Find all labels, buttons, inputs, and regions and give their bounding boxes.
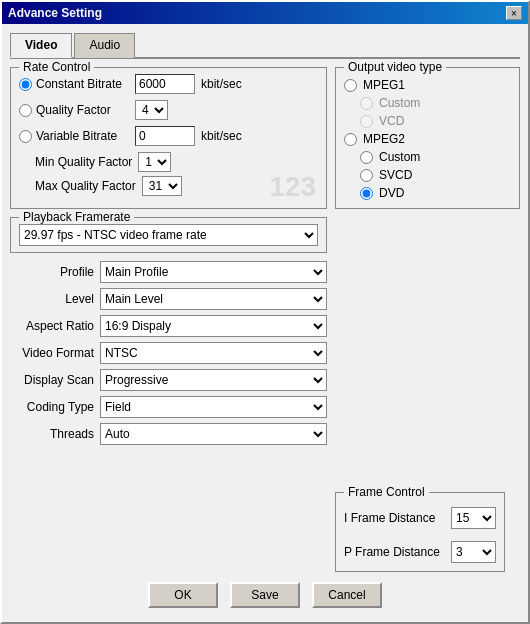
frame-control-title: Frame Control — [344, 485, 429, 499]
profile-row-display-scan: Display Scan Progressive Interlaced — [10, 369, 327, 391]
mpeg2-radio[interactable] — [344, 133, 357, 146]
display-scan-select[interactable]: Progressive Interlaced — [100, 369, 327, 391]
tab-bar: Video Audio — [10, 32, 520, 59]
i-frame-label: I Frame Distance — [344, 511, 445, 525]
mpeg1-row: MPEG1 — [344, 78, 511, 92]
right-spacer — [335, 217, 520, 484]
main-area: Rate Control 123 Constant Bitrate kbit/s… — [10, 67, 520, 572]
window-content: Video Audio Rate Control 123 Constant — [2, 24, 528, 622]
title-bar: Advance Setting × — [2, 2, 528, 24]
level-label: Level — [10, 292, 100, 306]
tab-video[interactable]: Video — [10, 33, 72, 58]
constant-bitrate-radio[interactable] — [19, 78, 32, 91]
vcd-label: VCD — [379, 114, 404, 128]
min-quality-label: Min Quality Factor — [35, 155, 132, 169]
profile-select[interactable]: Main Profile High Profile — [100, 261, 327, 283]
playback-label: Playback Framerate — [19, 210, 134, 224]
close-button[interactable]: × — [506, 6, 522, 20]
p-frame-row: P Frame Distance 3 124 — [344, 541, 496, 563]
tab-audio[interactable]: Audio — [74, 33, 135, 58]
quality-factor-radio[interactable] — [19, 104, 32, 117]
threads-label: Threads — [10, 427, 100, 441]
custom2-radio[interactable] — [360, 151, 373, 164]
max-quality-select[interactable]: 311520 — [142, 176, 182, 196]
variable-bitrate-input[interactable] — [135, 126, 195, 146]
mpeg1-label: MPEG1 — [363, 78, 405, 92]
vcd-row: VCD — [360, 114, 511, 128]
rate-control-title: Rate Control — [19, 60, 94, 74]
quality-factor-label: Quality Factor — [36, 103, 111, 117]
svcd-radio[interactable] — [360, 169, 373, 182]
custom2-row: Custom — [360, 150, 511, 164]
profile-row-coding-type: Coding Type Field Frame — [10, 396, 327, 418]
coding-type-select[interactable]: Field Frame — [100, 396, 327, 418]
constant-bitrate-input[interactable] — [135, 74, 195, 94]
profile-section: Profile Main Profile High Profile Level … — [10, 261, 327, 572]
bottom-buttons: OK Save Cancel — [10, 572, 520, 614]
quality-factor-row: Quality Factor 4 123 567 — [19, 100, 318, 120]
frame-control-content: I Frame Distance 15 51020 P Frame Distan… — [344, 499, 496, 563]
frame-control-group: Frame Control I Frame Distance 15 51020 … — [335, 492, 505, 572]
display-scan-label: Display Scan — [10, 373, 100, 387]
dvd-radio[interactable] — [360, 187, 373, 200]
constant-bitrate-radio-label: Constant Bitrate — [19, 77, 129, 91]
mpeg1-radio[interactable] — [344, 79, 357, 92]
save-button[interactable]: Save — [230, 582, 300, 608]
p-frame-select[interactable]: 3 124 — [451, 541, 496, 563]
custom1-label: Custom — [379, 96, 420, 110]
aspect-label: Aspect Ratio — [10, 319, 100, 333]
threads-select[interactable]: Auto 124 — [100, 423, 327, 445]
variable-bitrate-unit: kbit/sec — [201, 129, 242, 143]
custom2-label: Custom — [379, 150, 420, 164]
aspect-select[interactable]: 16:9 Dispaly 4:3 — [100, 315, 327, 337]
mpeg2-row: MPEG2 — [344, 132, 511, 146]
profile-row-threads: Threads Auto 124 — [10, 423, 327, 445]
profile-row-profile: Profile Main Profile High Profile — [10, 261, 327, 283]
coding-type-label: Coding Type — [10, 400, 100, 414]
variable-bitrate-label: Variable Bitrate — [36, 129, 117, 143]
ok-button[interactable]: OK — [148, 582, 218, 608]
right-panel: Output video type MPEG1 Custom VCD — [335, 67, 520, 572]
max-quality-row: Max Quality Factor 311520 — [35, 176, 318, 196]
output-video-group: Output video type MPEG1 Custom VCD — [335, 67, 520, 209]
vcd-radio[interactable] — [360, 115, 373, 128]
custom1-row: Custom — [360, 96, 511, 110]
profile-label: Profile — [10, 265, 100, 279]
custom1-radio[interactable] — [360, 97, 373, 110]
constant-bitrate-label: Constant Bitrate — [36, 77, 122, 91]
constant-bitrate-row: Constant Bitrate kbit/sec — [19, 74, 318, 94]
max-quality-label: Max Quality Factor — [35, 179, 136, 193]
output-radio-group: MPEG1 Custom VCD MPEG2 — [344, 74, 511, 200]
playback-row: 29.97 fps - NTSC video frame rate — [19, 224, 318, 246]
dvd-label: DVD — [379, 186, 404, 200]
dvd-row: DVD — [360, 186, 511, 200]
constant-bitrate-unit: kbit/sec — [201, 77, 242, 91]
playback-group: Playback Framerate 29.97 fps - NTSC vide… — [10, 217, 327, 253]
variable-bitrate-radio-label: Variable Bitrate — [19, 129, 129, 143]
quality-factor-select[interactable]: 4 123 567 — [135, 100, 168, 120]
min-quality-row: Min Quality Factor 123 — [35, 152, 318, 172]
cancel-button[interactable]: Cancel — [312, 582, 382, 608]
svcd-label: SVCD — [379, 168, 412, 182]
video-format-select[interactable]: NTSC PAL — [100, 342, 327, 364]
mpeg2-label: MPEG2 — [363, 132, 405, 146]
quality-factor-radio-label: Quality Factor — [19, 103, 129, 117]
level-select[interactable]: Main Level High Level — [100, 288, 327, 310]
advance-setting-window: Advance Setting × Video Audio Rate Contr… — [0, 0, 530, 624]
window-title: Advance Setting — [8, 6, 102, 20]
rate-control-group: Rate Control 123 Constant Bitrate kbit/s… — [10, 67, 327, 209]
profile-row-aspect: Aspect Ratio 16:9 Dispaly 4:3 — [10, 315, 327, 337]
p-frame-label: P Frame Distance — [344, 545, 445, 559]
playback-select[interactable]: 29.97 fps - NTSC video frame rate — [19, 224, 318, 246]
video-format-label: Video Format — [10, 346, 100, 360]
left-panel: Rate Control 123 Constant Bitrate kbit/s… — [10, 67, 327, 572]
variable-bitrate-radio[interactable] — [19, 130, 32, 143]
output-video-title: Output video type — [344, 60, 446, 74]
min-quality-select[interactable]: 123 — [138, 152, 171, 172]
profile-row-video-format: Video Format NTSC PAL — [10, 342, 327, 364]
i-frame-row: I Frame Distance 15 51020 — [344, 507, 496, 529]
i-frame-select[interactable]: 15 51020 — [451, 507, 496, 529]
profile-row-level: Level Main Level High Level — [10, 288, 327, 310]
variable-bitrate-row: Variable Bitrate kbit/sec — [19, 126, 318, 146]
svcd-row: SVCD — [360, 168, 511, 182]
